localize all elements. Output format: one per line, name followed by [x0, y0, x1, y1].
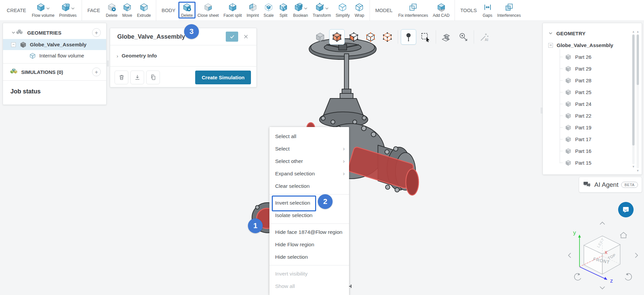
collapse-expander[interactable]: − [548, 43, 553, 48]
tree-item-part-29[interactable]: Part 29 [543, 63, 642, 75]
context-menu-item-clear-selection[interactable]: Clear selection [269, 180, 349, 192]
detail-panel-title: Globe_Valve_Assembly [117, 33, 226, 40]
toolbar-button-imprint[interactable]: Imprint [244, 1, 261, 20]
toolbar-button-delete[interactable]: Delete [103, 1, 120, 20]
toolbar-button-extrude[interactable]: Extrude [135, 1, 153, 20]
pin-selection-icon[interactable] [401, 29, 416, 45]
copy-icon [150, 74, 157, 81]
add-simulation-button[interactable]: + [92, 68, 101, 76]
create-simulation-button[interactable]: Create Simulation [195, 71, 251, 84]
divider [398, 30, 398, 44]
body-delete-icon [182, 3, 191, 13]
tree-item-part-16[interactable]: Part 16 [543, 145, 642, 157]
toolbar-button-move[interactable]: Move [120, 1, 135, 20]
toolbar-button-scale[interactable]: Scale [261, 1, 276, 20]
transform-icon [315, 3, 324, 13]
geometries-section-header[interactable]: GEOMETRIES + [3, 26, 106, 39]
ai-agent-label: AI Agent [594, 181, 618, 188]
tree-item-part-24[interactable]: Part 24 [543, 98, 642, 110]
simulations-section-header[interactable]: SIMULATIONS (0) + [3, 66, 106, 78]
geometry-info-section[interactable]: › Geometry Info [110, 45, 256, 66]
tree-item-part-19[interactable]: Part 19 [543, 122, 642, 133]
box-select-icon[interactable] [418, 29, 433, 45]
rotate-ccw-icon[interactable] [574, 273, 581, 280]
toolbar-group-tools: TOOLS Gaps Interferences [455, 0, 523, 20]
download-geometry-button[interactable] [130, 71, 144, 84]
tree-item-part-17[interactable]: Part 17 [543, 133, 642, 145]
toolbar-button-flow-volume[interactable]: Flow volume [30, 1, 57, 20]
chevron-down-icon[interactable] [71, 5, 75, 11]
scrollbar-outer[interactable]: ▲ ▼ [637, 30, 640, 172]
panel-resize-grip[interactable] [541, 108, 542, 114]
support-chat-button[interactable] [618, 202, 634, 217]
chevron-down-icon[interactable] [548, 31, 553, 36]
home-view-icon[interactable] [620, 233, 627, 238]
tree-item-part-22[interactable]: Part 22 [543, 110, 642, 122]
ai-agent-button[interactable]: AI Agent BETA [579, 177, 642, 193]
rotate-down-chevron[interactable] [600, 287, 605, 289]
toolbar-button-close-sheet[interactable]: Close sheet [195, 1, 221, 20]
toolbar-button-wrap[interactable]: Wrap [352, 1, 367, 20]
tree-item-part-26[interactable]: Part 26 [543, 51, 642, 63]
measure-icon[interactable] [456, 29, 471, 45]
toolbar-button-transform[interactable]: Transform [310, 1, 333, 20]
toolbar-button-gaps[interactable]: Gaps [480, 1, 495, 20]
tree-item-assembly[interactable]: − Globe_Valve_Assembly [543, 39, 642, 51]
confirm-button[interactable] [226, 32, 238, 42]
chevron-down-icon[interactable] [304, 5, 307, 11]
panel-resize-grip[interactable] [107, 60, 109, 67]
select-volume-mode-icon[interactable] [329, 29, 345, 45]
toolbar-button-split[interactable]: Split [276, 1, 291, 20]
tree-item-flow-volume[interactable]: Internal flow volume [3, 50, 106, 61]
copy-geometry-button[interactable] [146, 71, 160, 84]
toolbar-button-interferences[interactable]: Interferences [495, 1, 523, 20]
rotate-cw-icon[interactable] [625, 273, 632, 280]
scrollbar-inner[interactable]: ▲ ▼ [632, 30, 635, 168]
context-menu-item-hide-face-1874-flow-region[interactable]: Hide face 1874@Flow region [269, 226, 349, 238]
chevron-down-icon[interactable] [46, 5, 50, 11]
delete-geometry-button[interactable] [115, 71, 128, 84]
rotate-up-chevron[interactable] [600, 222, 605, 224]
toolbar-button-delete[interactable]: Delete [179, 1, 195, 20]
rotate-left-chevron[interactable] [568, 253, 571, 258]
tree-item-part-25[interactable]: Part 25 [543, 86, 642, 98]
toolbar-button-simplify[interactable]: Simplify [333, 1, 352, 20]
close-panel-button[interactable] [240, 32, 252, 42]
context-menu-item-select-all[interactable]: Select all [269, 130, 349, 142]
context-menu-item-hide-flow-region[interactable]: Hide Flow region [269, 238, 349, 251]
toolbar-button-boolean[interactable]: Boolean [291, 1, 310, 20]
chevron-down-icon[interactable] [11, 30, 16, 35]
add-geometry-button[interactable]: + [92, 28, 101, 37]
orientation-cube[interactable]: FRONT TOP LEFT [584, 236, 620, 274]
chevron-right-icon: › [117, 53, 118, 59]
clip-plane-icon[interactable] [439, 29, 454, 45]
tree-item-part-15[interactable]: Part 15 [543, 157, 642, 169]
geometry-detail-panel: Globe_Valve_Assembly › Geometry Info [110, 28, 257, 87]
toolbar-button-add-cad[interactable]: Add CAD [430, 1, 452, 20]
context-menu-item-expand-selection[interactable]: Expand selection › [269, 167, 349, 180]
toolbar-button-fix-interferences[interactable]: Fix interferences [396, 1, 430, 20]
select-body-mode-icon[interactable] [312, 29, 328, 45]
toolbar-button-primitives[interactable]: Primitives [57, 1, 79, 20]
collapse-expander[interactable]: − [11, 42, 16, 47]
toolbar-button-facet-split[interactable]: Facet split [221, 1, 244, 20]
chevron-down-icon[interactable] [325, 5, 329, 11]
select-vertex-mode-icon[interactable] [363, 29, 378, 45]
context-menu-item-select-other[interactable]: Select other › [269, 155, 349, 167]
context-menu-item-isolate-selection[interactable]: Isolate selection [269, 209, 349, 221]
context-menu-item-invert-selection[interactable]: Invert selection [269, 197, 349, 209]
context-menu-item-hide-selection[interactable]: Hide selection [269, 251, 349, 263]
facet-split-icon [228, 3, 237, 13]
valve-stem[interactable] [344, 54, 349, 91]
select-face-mode-icon[interactable] [346, 29, 361, 45]
tree-item-assembly[interactable]: − Globe_Valve_Assembly [3, 39, 106, 50]
tree-item-part-28[interactable]: Part 28 [543, 75, 642, 86]
part-cube-icon [565, 160, 571, 166]
select-edge-mode-icon[interactable] [380, 29, 395, 45]
divider [3, 80, 106, 81]
interferences-icon [505, 3, 514, 13]
context-menu-item-select[interactable]: Select › [269, 142, 349, 155]
geometry-section-header[interactable]: GEOMETRY [543, 27, 642, 39]
view-cube-gizmo[interactable]: FRONT TOP LEFT y z x [564, 218, 642, 293]
rotate-right-chevron[interactable] [635, 253, 638, 258]
